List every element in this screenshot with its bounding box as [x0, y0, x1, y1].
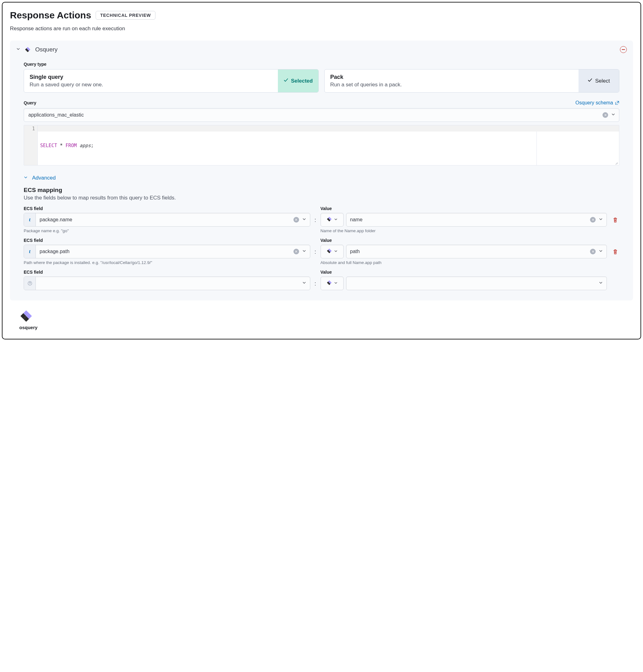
chevron-down-icon — [24, 176, 28, 180]
mapping-colon: : — [315, 277, 316, 290]
osquery-icon — [327, 248, 332, 255]
ecs-field-input[interactable] — [24, 276, 310, 290]
query-type-label: Query type — [24, 62, 619, 67]
advanced-label: Advanced — [32, 175, 56, 181]
chevron-down-icon — [334, 217, 338, 223]
select-label: Select — [595, 78, 610, 84]
selected-label: Selected — [291, 78, 313, 84]
osquery-icon — [19, 309, 633, 323]
delete-row-button[interactable] — [611, 213, 619, 227]
delete-row-button[interactable] — [611, 245, 619, 259]
query-type-pack-title: Pack — [330, 74, 573, 81]
value-helper: Absolute and full Name.app path — [320, 260, 607, 266]
query-type-pack[interactable]: Pack Run a set of queries in a pack. Sel… — [324, 69, 619, 93]
chevron-down-icon — [597, 280, 604, 286]
panel-title: Osquery — [35, 46, 58, 53]
chevron-down-icon — [334, 249, 338, 254]
value-field-value: path — [350, 249, 590, 254]
clear-icon[interactable]: ✕ — [293, 249, 299, 254]
page-subtitle: Response actions are run on each rule ex… — [10, 26, 633, 32]
value-label: Value — [320, 269, 607, 275]
ecs-field-value: package.path — [36, 245, 291, 258]
query-label: Query — [24, 100, 36, 105]
ecs-field-input[interactable]: t package.path ✕ — [24, 245, 310, 259]
remove-panel-button[interactable] — [620, 46, 627, 53]
footer-osquery-label: osquery — [19, 325, 633, 330]
query-type-single[interactable]: Single query Run a saved query or new on… — [24, 69, 319, 93]
type-icon: t — [24, 213, 36, 226]
query-code: SELECT * FROM apps; — [40, 143, 619, 148]
clear-icon[interactable]: ✕ — [590, 217, 596, 223]
query-type-single-title: Single query — [29, 74, 272, 81]
ecs-field-helper: Package name e.g. "go" — [24, 228, 310, 234]
page-title: Response Actions — [10, 10, 91, 21]
clear-icon[interactable]: ✕ — [590, 249, 596, 254]
saved-query-value: applications_mac_elastic — [28, 112, 603, 118]
ecs-mapping-title: ECS mapping — [24, 187, 619, 194]
osquery-panel: Osquery Query type Single query Run a sa… — [10, 40, 633, 300]
ecs-field-label: ECS field — [24, 238, 310, 243]
value-label: Value — [320, 206, 607, 211]
chevron-down-icon — [597, 249, 604, 254]
svg-rect-0 — [622, 49, 625, 50]
value-field-input[interactable] — [346, 276, 607, 290]
chevron-down-icon — [597, 217, 604, 223]
value-type-select[interactable] — [320, 213, 344, 227]
check-icon — [283, 77, 289, 84]
external-link-icon — [615, 101, 619, 105]
value-type-select[interactable] — [320, 245, 344, 259]
ecs-field-label: ECS field — [24, 206, 310, 211]
check-icon — [587, 77, 593, 84]
type-icon: t — [24, 245, 36, 258]
chevron-down-icon — [301, 217, 307, 223]
value-field-input[interactable]: path ✕ — [346, 245, 607, 259]
ecs-mapping-desc: Use the fields below to map results from… — [24, 195, 619, 201]
chevron-down-icon — [334, 280, 338, 286]
clear-icon[interactable]: ✕ — [603, 112, 608, 118]
value-type-select[interactable] — [320, 276, 344, 290]
clear-icon[interactable]: ✕ — [293, 217, 299, 223]
resize-handle-icon[interactable] — [615, 161, 618, 164]
value-label: Value — [320, 238, 607, 243]
mapping-row: ECS field t package.name ✕ Package name … — [24, 206, 619, 238]
advanced-toggle[interactable]: Advanced — [24, 175, 619, 181]
mapping-row: ECS field t package.path ✕ Path where th… — [24, 238, 619, 269]
saved-query-select[interactable]: applications_mac_elastic ✕ — [24, 108, 619, 122]
chevron-down-icon — [16, 47, 20, 52]
schema-link-text: Osquery schema — [575, 100, 613, 106]
chevron-down-icon — [301, 280, 307, 286]
mapping-colon: : — [315, 213, 316, 227]
query-type-pack-desc: Run a set of queries in a pack. — [330, 82, 573, 88]
value-field-value: name — [350, 217, 590, 223]
ecs-field-helper: Path where the package is installed. e.g… — [24, 260, 310, 266]
query-type-single-desc: Run a saved query or new one. — [29, 82, 272, 88]
mapping-row: ECS field : Value — [24, 269, 619, 290]
value-helper: Name of the Name.app folder — [320, 228, 607, 234]
editor-gutter: 1 — [24, 125, 38, 165]
value-field-input[interactable]: name ✕ — [346, 213, 607, 227]
ecs-field-input[interactable]: t package.name ✕ — [24, 213, 310, 227]
chevron-down-icon — [301, 249, 307, 254]
ecs-field-label: ECS field — [24, 269, 310, 275]
ecs-field-value — [36, 277, 299, 290]
ecs-field-value: package.name — [36, 213, 291, 226]
technical-preview-badge: TECHNICAL PREVIEW — [96, 11, 156, 20]
osquery-icon — [327, 216, 332, 223]
osquery-icon — [327, 280, 332, 287]
question-icon — [24, 277, 36, 290]
mapping-colon: : — [315, 245, 316, 259]
panel-collapse-toggle[interactable]: Osquery — [16, 46, 58, 53]
osquery-icon — [25, 46, 31, 53]
chevron-down-icon — [610, 112, 617, 118]
osquery-schema-link[interactable]: Osquery schema — [575, 100, 619, 106]
query-editor[interactable]: 1 SELECT * FROM apps; — [24, 125, 619, 166]
